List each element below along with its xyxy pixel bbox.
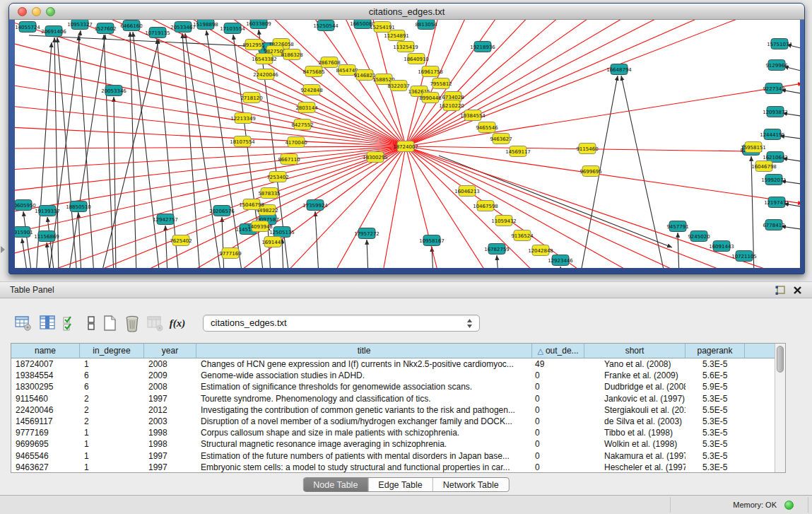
network-node[interactable]: 17957272 [354,228,379,239]
cell-title[interactable]: Structural magnetic resonance image aver… [196,438,532,450]
cell-title[interactable]: Investigating the contribution of common… [196,404,532,416]
network-node[interactable]: 18640910 [404,54,429,64]
citation-edge-red[interactable] [406,20,750,146]
cell-title[interactable]: Disruption of a novel member of a sodium… [196,416,532,427]
network-view-window[interactable]: citations_edges.txt 14055724206914061095… [8,3,805,274]
citation-edge-red[interactable] [15,146,406,233]
citation-edge-red[interactable] [406,146,637,268]
cell-year[interactable]: 1998 [144,438,196,450]
network-node[interactable]: 15992071 [761,175,787,185]
network-node[interactable]: 17103554 [220,23,245,34]
cell-name[interactable]: 9115460 [11,393,80,404]
citation-edge-red[interactable] [15,127,406,146]
citation-edge-black[interactable] [29,35,261,47]
citation-edge-red[interactable] [15,64,406,146]
cell-pagerank[interactable]: 5.5E-5 [686,404,745,416]
tab-edge-table[interactable]: Edge Table [367,478,432,492]
cell-pagerank[interactable]: 5.3E-5 [686,450,745,462]
cell-out_de[interactable]: 0 [532,381,584,392]
network-node[interactable]: 2803144 [295,103,318,113]
select-rows-checklist-icon[interactable] [61,314,79,332]
network-node[interactable]: 1527602 [94,23,116,34]
cell-name[interactable]: 9463627 [11,462,80,473]
table-row[interactable]: 969969511998Structural magnetic resonanc… [11,438,775,450]
citation-edge-black[interactable] [78,35,94,268]
network-node[interactable]: 16046213 [454,186,480,197]
network-node[interactable]: 16033809 [246,20,271,29]
network-node[interactable]: 12444195 [760,129,785,140]
column-header-title[interactable]: title [196,344,532,358]
cell-in_degree[interactable]: 2 [80,404,144,416]
network-node[interactable]: 9457791 [666,221,688,232]
citation-edge-black[interactable] [22,238,28,268]
network-node[interactable]: 1691443 [261,237,283,247]
cell-short[interactable]: Franke et al. (2009) [584,370,686,381]
citation-edge-black[interactable] [222,217,224,268]
citation-edge-black[interactable] [157,39,179,268]
table-row[interactable]: 1830029562008Estimation of significance … [11,381,775,392]
column-header-pagerank[interactable]: pagerank [686,344,745,358]
cell-in_degree[interactable]: 6 [80,370,144,381]
cell-year[interactable]: 1997 [144,450,196,462]
network-canvas[interactable]: 1405572420691406109533271527602646616010… [15,20,800,268]
cell-title[interactable]: Corpus callosum shape and size in male p… [196,427,532,438]
column-header-name[interactable]: name [11,344,80,358]
cell-out_de[interactable]: 0 [532,462,584,473]
cell-title[interactable]: Embryonic stem cells: a model to study s… [196,462,532,473]
cell-name[interactable]: 18300295 [11,381,80,392]
table-row[interactable]: 1872400712008Changes of HCN gene express… [11,358,775,370]
table-row[interactable]: 946362711997Embryonic stem cells: a mode… [11,462,775,473]
network-node[interactable]: 17359924 [302,200,328,211]
column-header-year[interactable]: year [144,344,196,358]
network-node[interactable]: 11156869 [34,231,59,242]
cell-name[interactable]: 14569117 [11,416,80,427]
network-node[interactable]: 5878335 [258,188,280,199]
network-node[interactable]: 20691406 [41,26,66,37]
function-builder-icon[interactable]: f(x) [168,314,187,332]
citation-edge-red[interactable] [406,20,531,146]
cell-in_degree[interactable]: 6 [80,381,144,392]
memory-ok-led-icon[interactable] [784,501,794,510]
citation-edge-black[interactable] [47,243,50,268]
tab-node-table[interactable]: Node Table [303,478,367,492]
float-panel-icon[interactable] [775,286,785,296]
cell-pagerank[interactable]: 5.3E-5 [686,438,745,450]
cell-short[interactable]: de Silva et al. (2003) [584,416,686,427]
cell-short[interactable]: Dudbridge et al. (2008) [584,381,686,392]
network-node[interactable]: 9129966 [765,60,788,71]
network-node[interactable]: 9463627 [490,134,512,144]
table-selector-dropdown[interactable]: citations_edges.txt [203,315,480,332]
new-table-icon[interactable] [100,314,119,332]
table-row[interactable]: 1456911722003Disruption of a novel membe… [11,416,775,427]
network-node[interactable]: 10958167 [419,235,445,246]
network-node[interactable]: 12923446 [548,255,573,266]
cell-pagerank[interactable]: 5.3E-5 [686,462,745,473]
network-node[interactable]: 2867608 [318,57,340,68]
cell-title[interactable]: Genome-wide association studies in ADHD. [196,370,532,381]
citation-edge-red[interactable] [15,146,406,148]
cell-out_de[interactable]: 0 [532,416,584,427]
network-node[interactable]: 19218936 [470,42,495,52]
cell-pagerank[interactable]: 5.6E-5 [686,370,745,381]
cell-short[interactable]: Jankovic et al. (1997) [584,393,686,404]
cell-year[interactable]: 1997 [144,393,196,404]
cell-pagerank[interactable]: 5.3E-5 [686,358,745,370]
cell-short[interactable]: Tibbo et al. (1998) [584,427,686,438]
network-node[interactable]: 9699695 [579,166,601,177]
table-panel-header[interactable]: Table Panel [0,281,812,298]
network-node[interactable]: 4170040 [285,137,307,148]
cell-in_degree[interactable]: 1 [80,450,144,462]
cell-title[interactable]: Estimation of the future numbers of pati… [196,450,532,462]
network-node[interactable]: 8427552 [291,119,313,130]
table-vertical-scrollbar[interactable] [775,344,785,472]
scrollbar-thumb[interactable] [777,346,784,373]
cell-in_degree[interactable]: 1 [80,427,144,438]
network-node[interactable]: 8990448 [419,93,441,103]
network-node[interactable]: 9136524 [511,230,534,241]
network-node[interactable]: 7955812 [430,78,452,89]
cell-pagerank[interactable]: 5.3E-5 [686,416,745,427]
citation-edge-red[interactable] [15,146,406,170]
window-titlebar[interactable]: citations_edges.txt [9,4,804,20]
cell-out_de[interactable]: 0 [532,404,584,416]
cell-out_de[interactable]: 0 [532,438,584,450]
